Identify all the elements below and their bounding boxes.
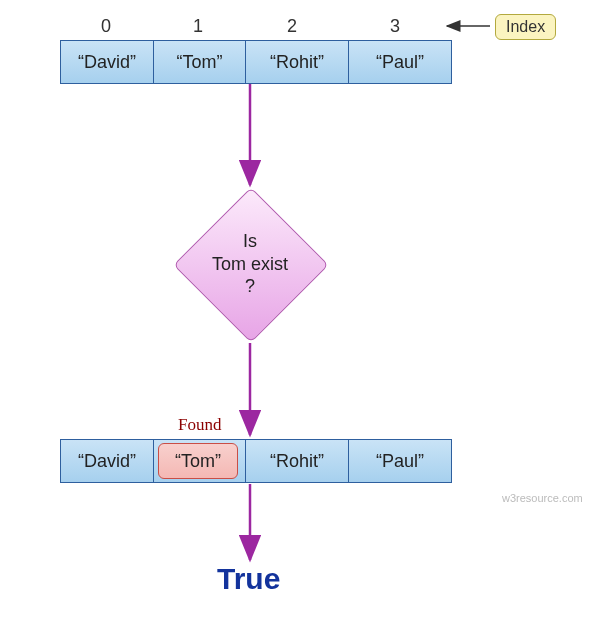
result-cell-0: “David” [61, 440, 153, 482]
found-label: Found [178, 415, 221, 435]
found-highlight: “Tom” [158, 443, 238, 479]
cell-0: “David” [61, 41, 153, 83]
result-true: True [217, 562, 280, 596]
decision-line1: Is [243, 231, 257, 251]
decision-line2: Tom exist [212, 254, 288, 274]
diagram-canvas: { "indices": ["0", "1", "2", "3"], "arra… [0, 0, 596, 627]
index-1: 1 [152, 16, 244, 37]
input-array: “David” “Tom” “Rohit” “Paul” [60, 40, 452, 84]
decision-diamond: Is Tom exist ? [172, 186, 328, 342]
index-3: 3 [349, 16, 441, 37]
index-2: 2 [246, 16, 338, 37]
cell-3: “Paul” [348, 41, 451, 83]
index-tag: Index [495, 14, 556, 40]
cell-2: “Rohit” [245, 41, 348, 83]
decision-line3: ? [245, 276, 255, 296]
result-array: “David” “Rohit” “Paul” [60, 439, 452, 483]
cell-1: “Tom” [153, 41, 245, 83]
result-cell-2: “Rohit” [245, 440, 348, 482]
result-cell-3: “Paul” [348, 440, 451, 482]
index-0: 0 [60, 16, 152, 37]
watermark: w3resource.com [502, 492, 583, 504]
